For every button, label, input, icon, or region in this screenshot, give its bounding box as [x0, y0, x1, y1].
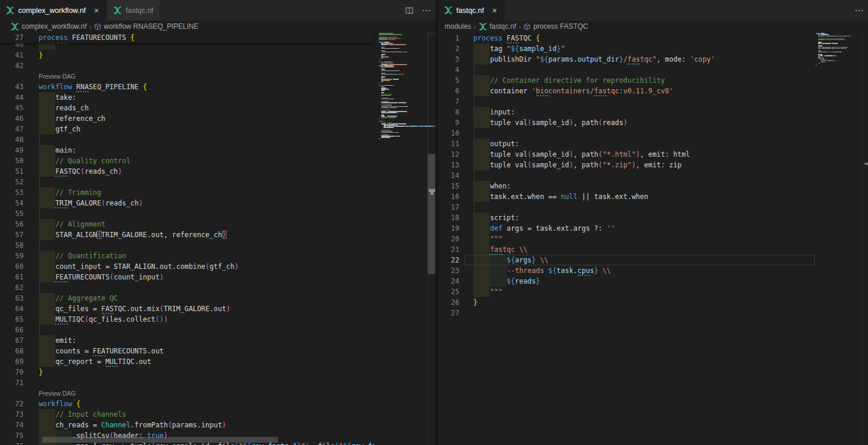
tab-bar-right: fastqc.nf × ⋯ [438, 0, 868, 21]
code-line[interactable]: 68 counts = FEATURECOUNTS.out [0, 346, 374, 356]
code-line[interactable]: 43workflow RNASEQ_PIPELINE { [0, 82, 374, 92]
code-line[interactable]: 7 [438, 96, 815, 107]
codelens-preview-dag[interactable]: Preview DAG [39, 71, 76, 82]
code-line[interactable]: 22 ${args} \\ [438, 255, 815, 265]
code-line[interactable]: 73 // Input channels [0, 409, 374, 420]
code-line[interactable]: 1process FASTQC { [438, 33, 815, 43]
code-line[interactable]: 47 gtf_ch [0, 124, 374, 134]
code-line[interactable]: 67 emit: [0, 335, 374, 346]
code-line[interactable]: 64 qc_files = FASTQC.out.mix(TRIM_GALORE… [0, 304, 374, 314]
code-line[interactable]: 27 [438, 308, 815, 318]
editor-group-left: complex_workflow.nf × fastqc.nf ⋯ comple… [0, 0, 435, 445]
close-icon[interactable]: × [91, 6, 101, 15]
code-line[interactable]: 19 def args = task.ext.args ?: '' [438, 223, 815, 234]
code-line[interactable]: 74 ch_reads = Channel.fromPath(params.in… [0, 420, 374, 430]
code-line[interactable]: 69 qc_report = MULTIQC.out [0, 356, 374, 367]
vscode-window: complex_workflow.nf × fastqc.nf ⋯ comple… [0, 0, 868, 445]
code-line[interactable]: 59 // Quantification [0, 251, 374, 261]
split-editor-icon[interactable] [405, 6, 413, 15]
code-line[interactable]: 60 count_input = STAR_ALIGN.out.combine(… [0, 261, 374, 272]
code-line[interactable]: 14 [438, 170, 815, 181]
code-line[interactable]: 71 [0, 377, 374, 388]
code-line[interactable]: 5 // Container directive for reproducibi… [438, 75, 815, 86]
code-line[interactable]: 2 tag "${sample_id}" [438, 43, 815, 54]
code-editor-left[interactable]: 40 """41}42Preview DAG43workflow RNASEQ_… [0, 32, 435, 445]
code-line[interactable]: 16 task.ext.when == null || task.ext.whe… [438, 191, 815, 202]
code-line[interactable]: 20 """ [438, 234, 815, 244]
code-line[interactable]: 13 tuple val(sample_id), path("*.zip"), … [438, 160, 815, 170]
breadcrumb-separator: › [516, 22, 523, 31]
code-line[interactable]: 58 [0, 240, 374, 251]
code-line[interactable]: 54 TRIM_GALORE(reads_ch) [0, 198, 374, 208]
code-line[interactable]: 26} [438, 297, 815, 308]
breadcrumb-left: complex_workflow.nf › workflow RNASEQ_PI… [0, 21, 435, 32]
minimap[interactable] [816, 33, 864, 69]
breadcrumb-separator: › [471, 22, 478, 31]
code-line[interactable]: 21 fastqc \\ [438, 244, 815, 255]
code-line[interactable]: 10 [438, 128, 815, 139]
code-line[interactable]: 56 // Alignment [0, 219, 374, 230]
tab-fastqc-right[interactable]: fastqc.nf × [438, 0, 506, 21]
minimap[interactable] [379, 33, 428, 143]
code-line[interactable]: 4 [438, 65, 815, 75]
code-line[interactable]: 49 main: [0, 145, 374, 156]
breadcrumb-symbol[interactable]: workflow RNASEQ_PIPELINE [94, 22, 198, 31]
code-line[interactable]: 65 MULTIQC(qc_files.collect()) [0, 314, 374, 325]
nextflow-file-icon [479, 22, 487, 31]
breadcrumb-file[interactable]: fastqc.nf [479, 22, 516, 31]
code-line[interactable]: 72workflow { [0, 399, 374, 409]
nextflow-file-icon [444, 6, 453, 15]
code-line[interactable]: 9 tuple val(sample_id), path(reads) [438, 117, 815, 128]
code-line[interactable]: 41} [0, 50, 374, 60]
code-line[interactable]: 61 FEATURECOUNTS(count_input) [0, 272, 374, 282]
code-line[interactable]: 48 [0, 134, 374, 145]
code-line[interactable]: 51 FASTQC(reads_ch) [0, 166, 374, 177]
breadcrumb-folder[interactable]: modules [445, 22, 471, 31]
code-line[interactable]: 70} [0, 367, 374, 377]
code-line[interactable]: 15 when: [438, 181, 815, 191]
code-line[interactable]: 44 take: [0, 92, 374, 103]
code-line[interactable]: 11 output: [438, 139, 815, 149]
code-line[interactable]: 62 [0, 282, 374, 293]
tab-label: complex_workflow.nf [18, 6, 86, 15]
tab-fastqc-left[interactable]: fastqc.nf [107, 0, 160, 21]
codelens-preview-dag[interactable]: Preview DAG [39, 388, 76, 399]
breadcrumb-symbol[interactable]: process FASTQC [523, 22, 588, 31]
code-line[interactable]: 17 [438, 202, 815, 213]
code-line[interactable]: 25 """ [438, 286, 815, 297]
code-line[interactable]: 57 STAR_ALIGN(TRIM_GALORE.out, reference… [0, 230, 374, 240]
breadcrumb-file[interactable]: complex_workflow.nf [11, 22, 87, 31]
code-line[interactable]: 6 container 'biocontainers/fastqc:v0.11.… [438, 86, 815, 96]
symbol-cube-icon [94, 23, 101, 31]
vertical-scrollbar[interactable] [428, 154, 436, 274]
code-line[interactable]: 63 // Aggregate QC [0, 293, 374, 304]
more-actions-icon[interactable]: ⋯ [855, 5, 863, 16]
horizontal-scrollbar[interactable] [42, 437, 278, 443]
nextflow-file-icon [11, 22, 19, 31]
sticky-scroll-line[interactable]: 27process FEATURECOUNTS { [0, 32, 374, 43]
code-line[interactable]: 52 [0, 177, 374, 187]
tab-complex-workflow[interactable]: complex_workflow.nf × [0, 0, 107, 21]
code-line[interactable]: 46 reference_ch [0, 113, 374, 124]
code-line[interactable]: 53 // Trimming [0, 187, 374, 198]
code-line[interactable]: 24 ${reads} [438, 276, 815, 286]
close-icon[interactable]: × [490, 6, 499, 15]
code-line[interactable]: 23 --threads ${task.cpus} \\ [438, 265, 815, 276]
scrollbar-track[interactable] [428, 33, 436, 154]
code-line[interactable]: 55 [0, 208, 374, 219]
code-line[interactable]: 18 script: [438, 213, 815, 223]
code-line[interactable]: 8 input: [438, 107, 815, 117]
code-line[interactable]: 42 [0, 60, 374, 71]
code-editor-right[interactable]: 1process FASTQC {2 tag "${sample_id}"3 p… [438, 32, 868, 445]
code-line[interactable]: 50 // Quality control [0, 156, 374, 166]
editor-group-right: fastqc.nf × ⋯ modules › fastqc.nf › proc… [438, 0, 868, 445]
breadcrumb-separator: › [87, 22, 94, 31]
code-line[interactable]: 66 [0, 325, 374, 335]
code-line[interactable]: 45 reads_ch [0, 103, 374, 113]
more-actions-icon[interactable]: ⋯ [422, 5, 430, 16]
code-line[interactable]: 12 tuple val(sample_id), path("*.html"),… [438, 149, 815, 160]
tab-label: fastqc.nf [126, 6, 153, 15]
code-line[interactable]: 3 publishDir "${params.output_dir}/fastq… [438, 54, 815, 65]
breadcrumb-right: modules › fastqc.nf › process FASTQC [438, 21, 868, 32]
nextflow-file-icon [113, 6, 122, 15]
